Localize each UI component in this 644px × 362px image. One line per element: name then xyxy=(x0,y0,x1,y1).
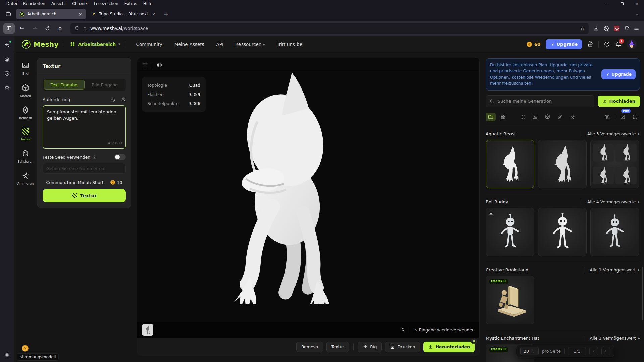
scrollbar-thumb[interactable] xyxy=(642,267,643,320)
download-button[interactable]: Herunterladen 9 xyxy=(423,342,475,352)
new-tab-button[interactable]: + xyxy=(161,9,171,19)
asset-card[interactable] xyxy=(538,140,587,188)
rail-item-bild[interactable]: Bild xyxy=(21,62,30,75)
remesh-button[interactable]: Remesh xyxy=(296,342,323,352)
menu-ansicht[interactable]: Ansicht xyxy=(48,1,69,6)
tab-close-icon[interactable]: × xyxy=(79,12,83,17)
rail-item-stilisieren[interactable]: Stilisieren xyxy=(18,149,34,163)
batch-select-button[interactable]: PRO xyxy=(618,113,628,121)
lock-icon[interactable] xyxy=(83,26,87,31)
folder-view-button[interactable] xyxy=(486,113,496,121)
bookmarks-star-icon[interactable] xyxy=(4,84,10,90)
textur-button[interactable]: Textur xyxy=(326,342,349,352)
upload-button[interactable]: Hochladen xyxy=(598,96,640,107)
history-clock-icon[interactable] xyxy=(4,70,10,76)
minimize-button[interactable]: – xyxy=(600,0,614,7)
page-size-select[interactable]: 20 xyxy=(520,347,539,355)
seed-toggle[interactable] xyxy=(114,154,126,160)
filter-textures-button[interactable] xyxy=(555,113,565,121)
extensions-puzzle-icon[interactable] xyxy=(624,25,629,31)
tab-tripo-studio[interactable]: Tripo Studio — Your next 3D wo × xyxy=(88,9,159,19)
downloads-icon[interactable] xyxy=(593,25,599,31)
drucken-button[interactable]: Drucken xyxy=(385,342,420,352)
asset-card-variants[interactable] xyxy=(590,140,639,188)
meshy-logo[interactable]: Meshy xyxy=(21,40,59,49)
section-link[interactable]: Alle 4 Vermögenswerte ▸ xyxy=(582,199,640,204)
tab-list-chevron-icon[interactable] xyxy=(635,11,640,17)
firefox-view-button[interactable] xyxy=(3,9,14,19)
hamburger-menu-icon[interactable] xyxy=(634,25,639,31)
viewport-3d[interactable]: TopologieQuad Flächen9.359 Scheitelpunkt… xyxy=(137,58,480,356)
next-page-button[interactable]: › xyxy=(601,347,610,355)
generate-texture-button[interactable]: Textur xyxy=(43,189,126,202)
asset-card[interactable] xyxy=(590,208,639,256)
ai-chat-icon[interactable] xyxy=(4,42,10,48)
grid-view-button[interactable] xyxy=(498,113,508,121)
nav-tritt-uns-bei[interactable]: Tritt uns bei xyxy=(277,42,304,47)
filter-images-button[interactable] xyxy=(530,113,540,121)
rail-item-remesh[interactable]: Remesh xyxy=(19,106,32,120)
strip-expand-icon[interactable] xyxy=(400,327,406,333)
menu-bearbeiten[interactable]: Bearbeiten xyxy=(20,1,48,6)
section-link[interactable]: Alle 1 Vermögenswert ▸ xyxy=(584,336,640,341)
maximize-button[interactable] xyxy=(614,0,629,7)
url-bar[interactable]: www.meshy.ai/workspace ☆ xyxy=(70,23,589,34)
banner-upgrade-button[interactable]: Upgrade xyxy=(601,69,636,79)
rail-item-modell[interactable]: Modell xyxy=(20,84,31,98)
gift-icon[interactable] xyxy=(587,41,593,47)
sort-filter-button[interactable] xyxy=(602,113,612,121)
nav-api[interactable]: API xyxy=(216,42,223,47)
rig-button[interactable]: Rig xyxy=(358,342,382,352)
sidebar-toggle-button[interactable] xyxy=(3,23,15,34)
tab-arbeitsbereich[interactable]: Arbeitsbereich × xyxy=(16,9,86,19)
workspace-switcher[interactable]: Arbeitsbereich ▾ xyxy=(70,41,120,47)
back-button[interactable]: ← xyxy=(16,23,28,34)
tab-bild-eingabe[interactable]: Bild Eingabe xyxy=(85,80,125,90)
chatbot-icon[interactable] xyxy=(4,56,10,62)
credits-counter[interactable]: 60 xyxy=(526,41,541,47)
menu-datei[interactable]: Datei xyxy=(3,1,20,6)
help-icon[interactable] xyxy=(604,41,610,47)
nav-community[interactable]: Community xyxy=(136,42,162,47)
section-link[interactable]: Alle 3 Vermögenswerte ▸ xyxy=(582,131,640,136)
user-avatar[interactable] xyxy=(627,39,637,49)
reuse-input-button[interactable]: ↖ Eingabe wiederverwenden xyxy=(414,327,475,333)
variant-thumbnail[interactable] xyxy=(615,144,637,162)
menu-chronik[interactable]: Chronik xyxy=(69,1,91,6)
notifications-bell-icon[interactable]: 1 xyxy=(615,41,622,47)
fullscreen-expand-button[interactable] xyxy=(630,113,640,121)
bookmark-star-icon[interactable]: ☆ xyxy=(580,25,585,32)
surprise-me-icon[interactable] xyxy=(120,97,126,102)
prompt-textarea[interactable]: Sumpfmonster mit leuchtenden gelben Auge… xyxy=(43,105,126,149)
monster-3d-model[interactable] xyxy=(187,71,362,304)
filter-models-button[interactable] xyxy=(542,113,552,121)
variant-thumbnail[interactable] xyxy=(593,167,614,184)
rail-item-textur[interactable]: Textur xyxy=(20,128,30,141)
wireframe-icon[interactable] xyxy=(156,62,162,68)
account-icon[interactable] xyxy=(603,25,609,32)
filter-all-button[interactable] xyxy=(518,113,528,121)
variant-thumbnail[interactable] xyxy=(593,144,614,162)
rail-item-animieren[interactable]: Animieren xyxy=(17,172,34,185)
tab-close-icon[interactable]: × xyxy=(152,12,156,17)
search-input[interactable] xyxy=(498,99,591,104)
variant-thumbnail[interactable] xyxy=(615,167,637,184)
coin-icon[interactable] xyxy=(21,345,29,352)
menu-lesezeichen[interactable]: Lesezeichen xyxy=(91,1,121,6)
home-button[interactable]: ⌂ xyxy=(54,23,66,34)
upgrade-button[interactable]: Upgrade xyxy=(546,39,582,49)
menu-extras[interactable]: Extras xyxy=(121,1,140,6)
nav-ressourcen[interactable]: Ressourcen ▾ xyxy=(235,42,265,47)
seed-number-input[interactable]: Geben Sie eine Nummer ein xyxy=(43,163,126,174)
tracking-shield-icon[interactable] xyxy=(74,26,79,31)
asset-card[interactable] xyxy=(538,208,587,256)
shading-monitor-icon[interactable] xyxy=(142,62,148,68)
tab-text-eingabe[interactable]: Text Eingabe xyxy=(44,80,85,90)
reload-button[interactable] xyxy=(42,23,53,34)
close-button[interactable]: × xyxy=(629,0,644,7)
menu-hilfe[interactable]: Hilfe xyxy=(140,1,155,6)
section-link[interactable]: Alle 1 Vermögenswert ▸ xyxy=(584,267,640,273)
nav-meine-assets[interactable]: Meine Assets xyxy=(174,42,204,47)
filter-animations-button[interactable] xyxy=(567,113,577,121)
settings-gear-icon[interactable] xyxy=(4,352,10,358)
